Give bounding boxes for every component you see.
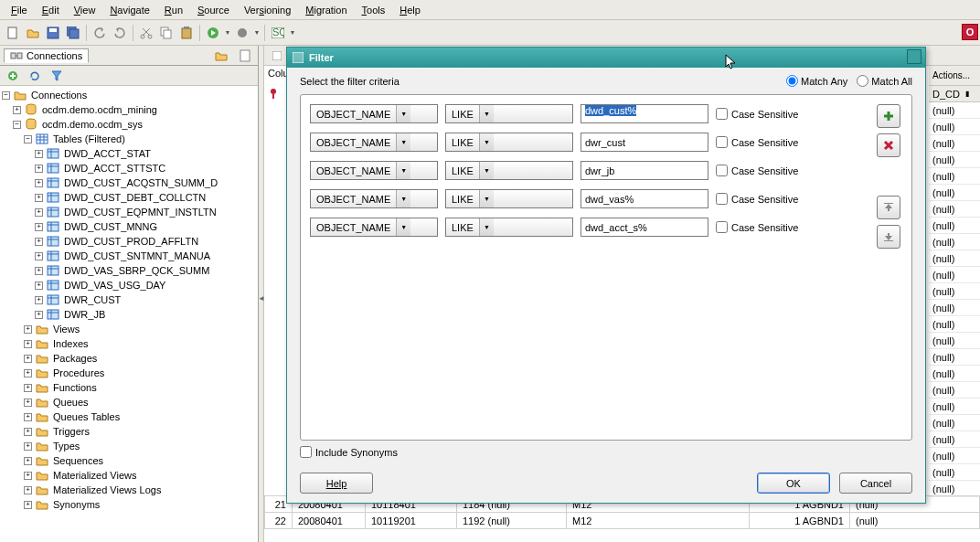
new-connection-icon[interactable] (4, 67, 22, 85)
expand-icon[interactable]: + (24, 472, 32, 480)
cut-icon[interactable] (137, 24, 155, 42)
expand-icon[interactable]: + (24, 325, 32, 334)
menu-source[interactable]: Source (190, 2, 237, 18)
expand-icon[interactable]: + (35, 150, 43, 158)
dialog-titlebar[interactable]: Filter (287, 48, 925, 68)
maximize-icon[interactable] (907, 49, 921, 64)
tree-item-queues-tables[interactable]: Queues Tables (51, 411, 122, 422)
column-header[interactable]: D_CD ▮ (929, 86, 980, 102)
expand-icon[interactable]: + (24, 442, 32, 451)
collapse-icon[interactable]: − (2, 91, 10, 100)
filter-column-select[interactable]: OBJECT_NAME▼ (310, 161, 438, 180)
connections-tree[interactable]: −Connections+ocdm.demo.ocdm_mining−ocdm.… (0, 86, 258, 542)
tree-item-queues[interactable]: Queues (51, 397, 91, 408)
expand-icon[interactable]: + (24, 340, 32, 348)
ok-button[interactable]: OK (757, 473, 830, 494)
refresh-icon[interactable] (26, 67, 44, 85)
tree-item-table[interactable]: DWD_CUST_EQPMNT_INSTLTN (62, 207, 218, 218)
undo-icon[interactable] (91, 24, 109, 42)
filter-operator-select[interactable]: LIKE▼ (445, 133, 573, 152)
move-up-button[interactable] (877, 196, 900, 219)
pin-icon[interactable] (268, 88, 279, 99)
tree-item-connections-root[interactable]: Connections (29, 90, 89, 101)
copy-icon[interactable] (157, 24, 176, 42)
dropdown-arrow-icon[interactable]: ▼ (253, 29, 261, 36)
tree-item-views[interactable]: Views (51, 324, 81, 335)
tree-item-table[interactable]: DWD_ACCT_STTSTC (62, 163, 167, 174)
expand-icon[interactable]: + (24, 501, 32, 509)
filter-operator-select[interactable]: LIKE▼ (445, 161, 573, 180)
help-button[interactable]: Help (300, 473, 373, 494)
save-all-icon[interactable] (64, 24, 82, 42)
tree-item-table[interactable]: DWD_CUST_DEBT_COLLCTN (62, 192, 208, 203)
filter-column-select[interactable]: OBJECT_NAME▼ (310, 104, 438, 123)
menu-migration[interactable]: Migration (298, 2, 354, 18)
tree-item-table[interactable]: DWD_VAS_USG_DAY (62, 280, 167, 291)
sql-worksheet-icon[interactable]: SQL (269, 24, 287, 42)
add-row-button[interactable] (877, 104, 900, 128)
tree-item-table[interactable]: DWR_JB (62, 309, 107, 320)
tree-item-table[interactable]: DWR_CUST (62, 294, 122, 305)
new-icon[interactable] (4, 24, 22, 42)
tree-item-sequences[interactable]: Sequences (51, 455, 105, 466)
tree-item-table[interactable]: DWD_VAS_SBRP_QCK_SUMM (62, 265, 211, 276)
expand-icon[interactable]: + (24, 413, 32, 421)
tree-item-materialized-views-logs[interactable]: Materialized Views Logs (51, 484, 163, 495)
case-sensitive-checkbox[interactable]: Case Sensitive (716, 193, 798, 205)
filter-column-select[interactable]: OBJECT_NAME▼ (310, 133, 438, 152)
filter-value-input[interactable]: dwd_cust% (581, 104, 708, 123)
tree-item-db-mining[interactable]: ocdm.demo.ocdm_mining (40, 104, 159, 115)
filter-operator-select[interactable]: LIKE▼ (445, 104, 573, 123)
filter-value-input[interactable] (581, 161, 708, 180)
filter-value-input[interactable] (581, 133, 708, 152)
expand-icon[interactable]: + (35, 311, 43, 319)
tree-item-table[interactable]: DWD_CUST_SNTMNT_MANUA (62, 250, 212, 261)
filter-value-input[interactable] (581, 218, 708, 237)
case-sensitive-checkbox[interactable]: Case Sensitive (716, 108, 798, 120)
expand-icon[interactable]: + (35, 238, 43, 246)
menu-navigate[interactable]: Navigate (102, 2, 156, 18)
menu-run[interactable]: Run (157, 2, 190, 18)
case-sensitive-checkbox[interactable]: Case Sensitive (716, 136, 798, 148)
tree-item-table[interactable]: DWD_CUST_ACQSTN_SUMM_D (62, 177, 219, 188)
tree-item-functions[interactable]: Functions (51, 382, 99, 393)
tree-item-tables-filtered[interactable]: Tables (Filtered) (51, 133, 127, 144)
expand-icon[interactable]: + (35, 267, 43, 275)
tree-item-triggers[interactable]: Triggers (51, 426, 91, 437)
actions-menu[interactable]: Actions... (929, 66, 980, 86)
expand-icon[interactable]: + (24, 369, 32, 377)
expand-icon[interactable]: + (35, 282, 43, 290)
tree-item-materialized-views[interactable]: Materialized Views (51, 470, 139, 481)
tree-item-table[interactable]: DWD_CUST_PROD_AFFLTN (62, 236, 200, 247)
tree-item-procedures[interactable]: Procedures (51, 367, 106, 378)
expand-icon[interactable]: + (24, 486, 32, 494)
expand-icon[interactable]: + (35, 165, 43, 173)
folder-icon[interactable] (212, 47, 230, 65)
connections-tab[interactable]: Connections (4, 48, 89, 63)
expand-icon[interactable]: + (35, 223, 43, 231)
case-sensitive-checkbox[interactable]: Case Sensitive (716, 221, 798, 233)
collapse-icon[interactable]: − (13, 121, 21, 129)
expand-icon[interactable]: + (24, 399, 32, 407)
filter-column-select[interactable]: OBJECT_NAME▼ (310, 189, 438, 208)
collapse-icon[interactable]: − (24, 135, 32, 143)
save-icon[interactable] (44, 24, 62, 42)
expand-icon[interactable]: + (24, 457, 32, 465)
cancel-button[interactable]: Cancel (839, 473, 912, 494)
tree-item-packages[interactable]: Packages (51, 353, 99, 364)
tree-item-table[interactable]: DWD_CUST_MNNG (62, 221, 159, 232)
table-row[interactable]: 2220080401101192011192 (null)M121 AGBND1… (265, 513, 980, 529)
filter-value-input[interactable] (581, 189, 708, 208)
menu-help[interactable]: Help (392, 2, 428, 18)
expand-icon[interactable]: + (24, 355, 32, 363)
paste-icon[interactable] (177, 24, 196, 42)
match-any-radio[interactable]: Match Any (786, 75, 847, 87)
menu-view[interactable]: View (67, 2, 103, 18)
match-all-radio[interactable]: Match All (857, 75, 912, 87)
report-icon[interactable] (236, 47, 254, 65)
include-synonyms-checkbox[interactable] (300, 446, 312, 458)
menu-edit[interactable]: Edit (35, 2, 67, 18)
expand-icon[interactable]: + (24, 428, 32, 436)
expand-icon[interactable]: + (35, 296, 43, 304)
delete-row-button[interactable] (877, 133, 900, 157)
